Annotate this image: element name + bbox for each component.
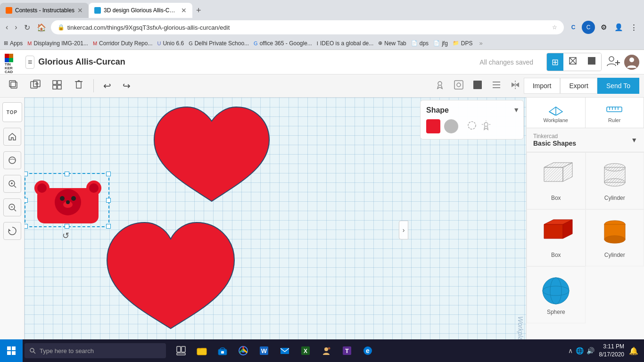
taskbar-search[interactable]: Type here to search xyxy=(25,343,166,358)
bookmark-11[interactable]: 📁 DPS xyxy=(453,40,473,47)
view-solid-btn[interactable] xyxy=(582,53,601,71)
reload-button[interactable]: ↻ xyxy=(22,21,32,34)
zoom-out-btn[interactable] xyxy=(3,198,21,216)
bookmark-9[interactable]: 📄 dps xyxy=(411,40,429,47)
tray-up-arrow[interactable]: ∧ xyxy=(568,347,573,354)
teams1-btn[interactable] xyxy=(317,341,336,360)
object-btn[interactable] xyxy=(469,76,486,96)
ruler-btn[interactable]: Ruler xyxy=(586,98,644,128)
copy-btn[interactable] xyxy=(5,77,23,95)
mail-btn[interactable] xyxy=(275,341,294,360)
color-red[interactable] xyxy=(426,119,440,133)
group-btn[interactable] xyxy=(48,77,66,95)
chrome-taskbar-btn[interactable] xyxy=(234,341,253,360)
shape-dropdown-arrow[interactable]: ▼ xyxy=(513,106,520,114)
light-icon-btn[interactable] xyxy=(431,76,448,96)
handle-br[interactable] xyxy=(106,224,111,229)
handle-ml[interactable] xyxy=(25,198,28,203)
profile-icon[interactable]: 👤 xyxy=(612,21,625,34)
view-grid-btn[interactable]: ⊞ xyxy=(547,53,563,71)
add-user-button[interactable] xyxy=(605,54,620,70)
zoom-in-btn[interactable] xyxy=(3,175,21,193)
shape-cylinder-gray[interactable]: Cylinder xyxy=(586,152,644,209)
store-btn[interactable] xyxy=(213,341,232,360)
shapes-header: Tinkercad Basic Shapes ▼ xyxy=(527,128,644,152)
forward-button[interactable]: › xyxy=(13,21,19,33)
bookmark-5[interactable]: G Delhi Private Schoo... xyxy=(189,40,249,47)
handle-bm[interactable] xyxy=(65,224,69,229)
excel-btn[interactable]: X xyxy=(296,341,315,360)
explorer-btn[interactable] xyxy=(192,341,211,360)
duplicate-btn[interactable] xyxy=(26,77,44,95)
light-shape-btn[interactable] xyxy=(481,120,491,133)
home-button[interactable]: 🏠 xyxy=(35,21,48,34)
bookmark-7[interactable]: I IDEO is a global de... xyxy=(317,40,373,47)
shape-type-btn[interactable] xyxy=(450,76,467,96)
tinkercad-logo[interactable]: TINKERCAD xyxy=(5,54,22,71)
home-view-btn[interactable] xyxy=(3,128,21,146)
word-btn[interactable]: W xyxy=(255,341,273,360)
undo-btn[interactable]: ↩ xyxy=(99,77,115,94)
bookmark-4[interactable]: U Unio 6.6 xyxy=(157,40,184,47)
export-button[interactable]: Export xyxy=(560,78,597,94)
bookmark-8[interactable]: ⊕ New Tab xyxy=(378,40,406,47)
hamburger-button[interactable]: ≡ xyxy=(25,56,34,69)
tray-network-icon[interactable]: 🌐 xyxy=(576,347,584,354)
menu-icon[interactable]: ⋮ xyxy=(627,21,640,34)
orbit-btn[interactable] xyxy=(3,151,21,169)
tab-tinkercad[interactable]: 3D design Glorious Allis-Curcan ✕ xyxy=(89,3,192,18)
bookmark-3[interactable]: M Corridor Duty Repo... xyxy=(93,40,153,47)
user-avatar-icon[interactable]: C xyxy=(582,21,595,34)
shape-box-gray[interactable]: Box xyxy=(527,152,586,209)
clock[interactable]: 3:11 PM 8/17/2020 xyxy=(599,343,624,359)
bear-group[interactable] xyxy=(25,173,109,227)
view-top-btn[interactable]: TOP xyxy=(2,102,22,122)
shape-box-red[interactable]: Box xyxy=(527,209,586,266)
send-to-button[interactable]: Send To xyxy=(597,78,639,94)
bookmark-gmail[interactable]: M Displaying IMG-201... xyxy=(27,40,88,47)
tab-instructables[interactable]: Contests - Instructables ✕ xyxy=(0,3,89,18)
heart-shape-1[interactable] xyxy=(149,98,274,213)
mirror-btn[interactable] xyxy=(507,76,524,96)
handle-mr[interactable] xyxy=(106,198,111,203)
rotate-handle[interactable]: ↺ xyxy=(62,230,69,241)
delete-btn[interactable] xyxy=(70,77,88,95)
right-panel-toggle[interactable]: › xyxy=(399,221,408,239)
extensions-icon[interactable]: C xyxy=(567,21,580,34)
start-button[interactable] xyxy=(0,339,23,362)
align-btn[interactable] xyxy=(488,76,505,96)
canvas-area[interactable]: ↺ ▼ Shape xyxy=(25,98,526,362)
star-icon[interactable]: ☆ xyxy=(552,24,557,31)
color-gray[interactable] xyxy=(444,119,458,133)
shapes-dropdown-btn[interactable]: ▼ xyxy=(631,136,637,144)
back-button[interactable]: ‹ xyxy=(4,21,10,33)
notification-button[interactable]: 🔔 xyxy=(629,346,638,355)
user-avatar[interactable] xyxy=(624,55,639,70)
taskview-btn[interactable] xyxy=(172,341,190,360)
bookmarks-more[interactable]: » xyxy=(479,40,483,47)
bookmark-apps[interactable]: ⊞ Apps xyxy=(4,40,23,47)
bookmark-6[interactable]: G office 365 - Google... xyxy=(254,40,312,47)
handle-bl[interactable] xyxy=(25,224,28,229)
url-box[interactable]: 🔒 tinkercad.com/things/9XgsqT3sfxA-glori… xyxy=(51,20,564,34)
heart-shape-2[interactable] xyxy=(102,213,239,340)
teams2-btn[interactable]: T xyxy=(338,341,356,360)
reset-view-btn[interactable] xyxy=(3,222,21,240)
shape-sphere-blue[interactable]: Sphere xyxy=(527,266,586,323)
import-button[interactable]: Import xyxy=(524,78,561,94)
workplane-btn[interactable]: Workplane xyxy=(527,98,586,128)
handle-tl[interactable] xyxy=(25,172,28,176)
tab-close-2[interactable]: ✕ xyxy=(181,7,187,14)
bookmark-10[interactable]: 📄 jfg xyxy=(433,40,448,47)
view-wire-btn[interactable] xyxy=(563,53,582,71)
new-tab-button[interactable]: + xyxy=(192,6,205,16)
edge-btn[interactable]: e xyxy=(358,341,377,360)
tray-volume-icon[interactable]: 🔊 xyxy=(586,347,594,354)
hole-btn[interactable] xyxy=(467,120,477,133)
handle-tm[interactable] xyxy=(65,172,69,176)
redo-btn[interactable]: ↪ xyxy=(119,77,134,94)
tab-close-1[interactable]: ✕ xyxy=(77,7,83,14)
handle-tr[interactable] xyxy=(106,172,111,176)
shape-cylinder-orange[interactable]: Cylinder xyxy=(586,209,644,266)
settings-icon[interactable]: ⚙ xyxy=(597,21,610,34)
